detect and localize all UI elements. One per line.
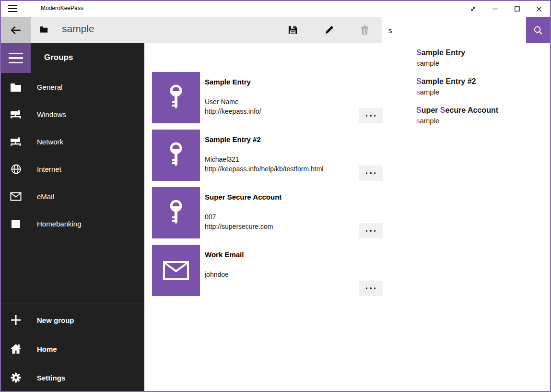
database-title: sample (62, 23, 94, 35)
entry-title: Work Email (205, 250, 244, 259)
suggestion-title: Sample Entry #2 (416, 77, 550, 86)
entry-tile[interactable] (152, 130, 200, 181)
save-icon (288, 25, 298, 35)
square-icon (10, 218, 22, 230)
maximize-icon (515, 6, 520, 12)
database-folder-icon (40, 26, 48, 35)
entry-row-sample-entry-2[interactable]: Sample Entry #2 Michael321 http://keepas… (152, 130, 383, 181)
entry-url: http://supersecure.com (205, 223, 273, 230)
suggestion-sample-entry[interactable]: Sample Entry sample (416, 48, 550, 77)
titlebar: ModernKeePass (1, 1, 550, 17)
entry-username: User Name (205, 98, 239, 106)
sidebar-separator (1, 304, 144, 304)
sidebar-item-label: Windows (37, 110, 66, 119)
entry-more-button[interactable] (359, 166, 383, 181)
titlebar-hamburger-icon (8, 5, 17, 12)
minimize-button[interactable] (484, 1, 506, 17)
save-button[interactable] (281, 17, 304, 43)
more-icon (366, 172, 368, 174)
appbar: sample s (1, 17, 550, 43)
key-icon (166, 84, 186, 112)
entry-title: Sample Entry (205, 78, 251, 86)
groups-heading: Groups (44, 53, 73, 62)
suggestion-title: Sample Entry (416, 48, 550, 58)
nav-pane-toggle-button[interactable] (1, 43, 31, 73)
globe-icon (10, 164, 22, 175)
sidebar-item-windows[interactable]: Windows (1, 101, 144, 128)
suggestion-title: Super Secure Account (416, 106, 550, 115)
entry-list: Sample Entry User Name http://keepass.in… (152, 72, 383, 302)
key-icon (166, 199, 186, 227)
minimize-icon (492, 6, 498, 12)
diagonal-arrows-icon (469, 5, 477, 12)
more-icon (366, 287, 368, 289)
entry-url: http://keepass.info/ (205, 107, 261, 115)
network-icon (10, 136, 22, 148)
close-icon (536, 6, 542, 12)
entry-username: johndoe (205, 271, 229, 278)
entry-more-button[interactable] (359, 108, 383, 123)
entry-row-work-email[interactable]: Work Email johndoe (152, 245, 383, 296)
sidebar-footer: New group Home Settings (1, 306, 144, 392)
sidebar-item-label: Settings (37, 374, 65, 382)
search-suggestions: Sample Entry sample Sample Entry #2 samp… (383, 43, 550, 131)
home-icon (10, 343, 22, 355)
suggestion-subtitle: sample (416, 59, 550, 68)
entry-tile[interactable] (152, 245, 200, 296)
app-title: ModernKeePass (41, 5, 83, 12)
edit-button[interactable] (317, 17, 340, 43)
folder-icon (10, 82, 22, 93)
entry-row-sample-entry[interactable]: Sample Entry User Name http://keepass.in… (152, 72, 383, 123)
plus-icon (10, 314, 22, 326)
gear-icon (10, 372, 22, 383)
entry-more-button[interactable] (359, 223, 383, 238)
sidebar-item-label: Homebanking (37, 220, 82, 228)
suggestion-super-secure-account[interactable]: Super Secure Account sample (416, 106, 550, 134)
sidebar-item-homebanking[interactable]: Homebanking (1, 210, 144, 238)
maximize-button[interactable] (506, 1, 528, 17)
search-input[interactable]: s (382, 17, 526, 43)
suggestion-subtitle: sample (416, 116, 550, 126)
sidebar-item-network[interactable]: Network (1, 128, 144, 155)
entry-row-super-secure-account[interactable]: Super Secure Account 007 http://supersec… (152, 187, 383, 238)
sidebar-item-general[interactable]: General (1, 73, 144, 101)
sidebar: Groups General Windows Network Internet … (1, 43, 144, 391)
entry-title: Super Secure Account (205, 193, 281, 201)
envelope-icon (10, 191, 22, 202)
suggestion-sample-entry-2[interactable]: Sample Entry #2 sample (416, 77, 550, 106)
entry-tile[interactable] (152, 72, 200, 123)
sidebar-item-home[interactable]: Home (1, 334, 144, 363)
back-arrow-icon (9, 24, 23, 37)
edit-pencil-icon (324, 25, 334, 35)
text-cursor (393, 25, 394, 35)
sidebar-item-label: New group (37, 316, 74, 324)
entry-username: Michael321 (205, 155, 239, 163)
sidebar-item-label: Network (37, 138, 63, 146)
search-query-text: s (388, 26, 392, 35)
more-icon (366, 115, 368, 117)
sidebar-item-settings[interactable]: Settings (1, 363, 144, 392)
entry-more-button[interactable] (359, 281, 383, 296)
entry-title: Sample Entry #2 (205, 135, 261, 143)
hamburger-icon (9, 53, 23, 63)
key-icon (166, 142, 186, 169)
back-button[interactable] (1, 17, 31, 43)
delete-trash-icon (360, 25, 370, 35)
sidebar-item-label: General (37, 83, 62, 91)
app-window: ModernKeePass sample (0, 0, 551, 392)
fullscreen-button[interactable] (462, 1, 484, 17)
sidebar-item-label: Internet (37, 165, 61, 173)
delete-button[interactable] (353, 17, 376, 43)
search-magnifier-icon (533, 25, 543, 36)
search-button[interactable] (526, 17, 550, 43)
suggestion-subtitle: sample (416, 87, 550, 97)
sidebar-item-email[interactable]: eMail (1, 183, 144, 210)
sidebar-item-label: Home (37, 345, 57, 353)
sidebar-item-internet[interactable]: Internet (1, 155, 144, 183)
entry-username: 007 (205, 213, 216, 221)
sidebar-item-label: eMail (37, 192, 54, 201)
sidebar-item-new-group[interactable]: New group (1, 306, 144, 334)
entry-tile[interactable] (152, 187, 200, 238)
close-button[interactable] (528, 1, 550, 17)
group-list: General Windows Network Internet eMail H… (1, 73, 144, 238)
